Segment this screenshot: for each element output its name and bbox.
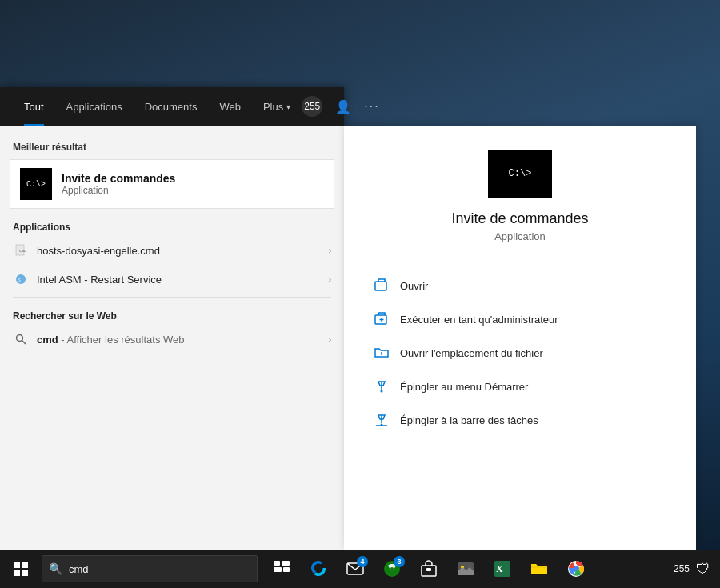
- best-result-title: Meilleur résultat: [0, 135, 344, 156]
- svg-point-12: [381, 390, 383, 393]
- app-item-1-label: hosts-dosyasi-engelle.cmd: [37, 245, 329, 257]
- app-list-item-2[interactable]: S Intel ASM - Restart Service ›: [0, 265, 344, 294]
- xbox-badge: 3: [394, 556, 405, 567]
- right-app-type: Application: [494, 230, 546, 242]
- tabs-count-right: 255: [674, 563, 690, 574]
- more-icon[interactable]: ···: [364, 99, 379, 114]
- app-list-item-1[interactable]: .cmd hosts-dosyasi-engelle.cmd ›: [0, 236, 344, 265]
- svg-rect-6: [375, 282, 386, 290]
- action-open-label: Ouvrir: [400, 280, 428, 292]
- tab-plus[interactable]: Plus ▾: [252, 87, 302, 126]
- taskbar-icons-group: 4 3: [264, 551, 674, 586]
- cmd-icon-right: C:\>: [488, 150, 552, 198]
- explorer-button[interactable]: [522, 551, 557, 586]
- action-admin-label: Exécuter en tant qu'administrateur: [400, 314, 558, 326]
- search-panel: Tout Applications Documents Web Plus ▾ 2…: [0, 87, 344, 550]
- action-pin-start-label: Épingler au menu Démarrer: [400, 381, 528, 393]
- svg-line-5: [22, 341, 26, 345]
- best-result-name: Invite de commandes: [62, 172, 175, 185]
- right-app-name: Invite de commandes: [451, 210, 588, 227]
- svg-text:.cmd: .cmd: [17, 248, 26, 253]
- right-detail-panel: C:\> Invite de commandes Application Ouv…: [344, 126, 696, 550]
- web-search-suffix: - Afficher les résultats Web: [58, 334, 185, 346]
- best-result-text: Invite de commandes Application: [62, 172, 175, 196]
- svg-text:X: X: [496, 563, 503, 574]
- excel-button[interactable]: X: [485, 551, 520, 586]
- action-open[interactable]: Ouvrir: [360, 269, 680, 302]
- svg-text:S: S: [18, 278, 21, 282]
- mail-button[interactable]: 4: [338, 551, 373, 586]
- taskbar: 🔍 4: [0, 550, 720, 588]
- search-tabs: Tout Applications Documents Web Plus ▾ 2…: [0, 87, 344, 126]
- tab-tout[interactable]: Tout: [13, 87, 55, 126]
- windows-logo-icon: [14, 562, 28, 576]
- section-divider: [13, 297, 331, 298]
- action-open-location[interactable]: Ouvrir l'emplacement du fichier: [360, 336, 680, 370]
- action-admin[interactable]: Exécuter en tant qu'administrateur: [360, 302, 680, 336]
- best-result-item[interactable]: C:\> Invite de commandes Application: [10, 159, 334, 209]
- search-left-panel: Meilleur résultat C:\> Invite de command…: [0, 126, 344, 550]
- admin-icon: [373, 310, 390, 328]
- open-icon: [373, 277, 390, 294]
- web-search-item[interactable]: cmd - Afficher les résultats Web ›: [0, 325, 344, 354]
- svg-rect-18: [274, 567, 282, 572]
- taskbar-search-input[interactable]: [69, 563, 229, 575]
- right-panel-divider: [360, 262, 680, 262]
- arrow-icon-2: ›: [329, 275, 331, 284]
- tab-web[interactable]: Web: [208, 87, 252, 126]
- action-pin-taskbar-label: Épingler à la barre des tâches: [400, 414, 538, 426]
- shield-icon-taskbar: 🛡: [696, 561, 710, 578]
- taskbar-search-box[interactable]: 🔍: [42, 555, 258, 582]
- web-search-text: cmd - Afficher les résultats Web: [37, 334, 185, 346]
- xbox-button[interactable]: 3: [374, 551, 410, 586]
- tab-documents[interactable]: Documents: [134, 87, 209, 126]
- tabs-right: 255 👤 ···: [302, 96, 379, 117]
- action-pin-taskbar[interactable]: Épingler à la barre des tâches: [360, 403, 680, 437]
- applications-section-title: Applications: [0, 212, 344, 236]
- photos-button[interactable]: [448, 551, 483, 586]
- start-button[interactable]: [3, 551, 38, 586]
- mail-badge: 4: [357, 556, 368, 567]
- svg-rect-17: [282, 561, 290, 566]
- store-button[interactable]: [411, 551, 446, 586]
- svg-point-4: [17, 335, 23, 342]
- app-item-2-label: Intel ASM - Restart Service: [37, 274, 329, 286]
- chevron-down-icon: ▾: [286, 102, 290, 111]
- svg-rect-16: [274, 561, 280, 566]
- file-cmd-icon: .cmd: [13, 242, 29, 258]
- best-result-subtitle: Application: [62, 185, 175, 196]
- web-search-section-title: Rechercher sur le Web: [0, 301, 344, 325]
- svg-rect-24: [426, 568, 431, 571]
- pin-start-icon: [373, 378, 390, 395]
- folder-location-icon: [373, 344, 390, 362]
- action-pin-start[interactable]: Épingler au menu Démarrer: [360, 370, 680, 403]
- svg-rect-19: [283, 567, 290, 572]
- tabs-count-badge: 255: [302, 96, 322, 117]
- tab-applications[interactable]: Applications: [55, 87, 134, 126]
- pin-taskbar-icon: [373, 411, 390, 429]
- service-icon: S: [13, 271, 29, 287]
- svg-point-22: [390, 567, 394, 570]
- edge-button[interactable]: [301, 551, 336, 586]
- arrow-icon-1: ›: [329, 246, 331, 255]
- taskbar-right: 255 🛡: [674, 561, 717, 578]
- user-icon[interactable]: 👤: [335, 99, 351, 114]
- task-view-button[interactable]: [264, 551, 299, 586]
- action-open-location-label: Ouvrir l'emplacement du fichier: [400, 347, 543, 359]
- web-search-query: cmd: [37, 334, 58, 346]
- taskbar-search-icon: 🔍: [49, 562, 62, 575]
- cmd-icon-large: C:\>: [20, 168, 52, 200]
- search-icon: [13, 331, 29, 347]
- web-search-arrow-icon: ›: [329, 335, 331, 344]
- chrome-button[interactable]: [558, 551, 594, 586]
